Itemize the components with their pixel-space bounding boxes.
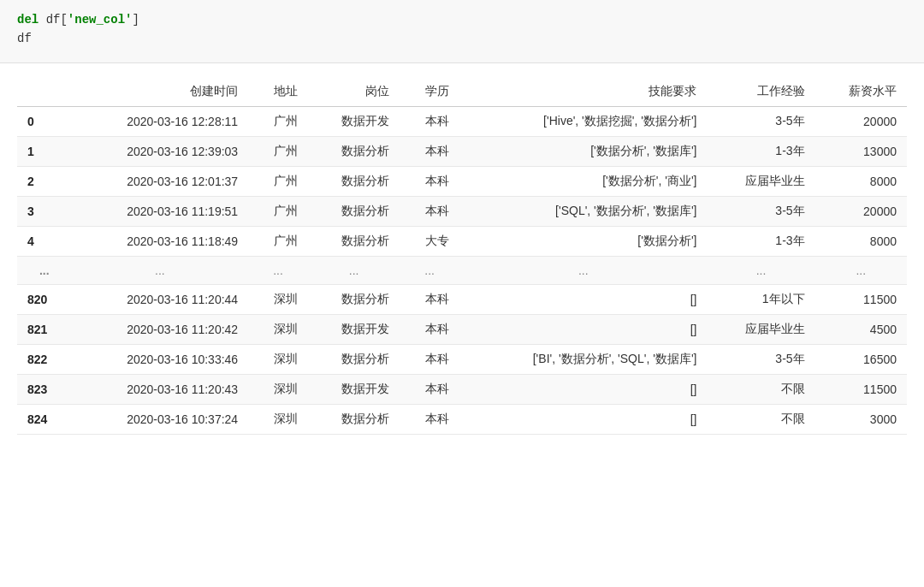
cell-skills: ['SQL', '数据分析', '数据库'] bbox=[459, 196, 707, 226]
cell-time: 2020-03-16 11:20:42 bbox=[72, 314, 249, 344]
cell-skills: ['数据分析'] bbox=[459, 226, 707, 256]
table-row: 42020-03-16 11:18:49广州数据分析大专['数据分析']1-3年… bbox=[17, 226, 907, 256]
table-row: 02020-03-16 12:28:11广州数据开发本科['Hive', '数据… bbox=[17, 106, 907, 136]
cell-edu: 本科 bbox=[400, 314, 459, 344]
cell-time: 2020-03-16 12:01:37 bbox=[72, 166, 249, 196]
cell-index: 0 bbox=[17, 106, 72, 136]
code-bracket-close: ] bbox=[132, 13, 139, 27]
col-exp: 工作经验 bbox=[707, 77, 814, 107]
cell-skills: [] bbox=[459, 404, 707, 434]
cell-city: 广州 bbox=[248, 166, 308, 196]
cell-position: 数据分析 bbox=[308, 226, 400, 256]
cell-salary: 20000 bbox=[815, 106, 907, 136]
cell-edu: 本科 bbox=[400, 136, 459, 166]
cell-index: 3 bbox=[17, 196, 72, 226]
col-edu: 学历 bbox=[400, 77, 459, 107]
cell-position: 数据分析 bbox=[308, 136, 400, 166]
cell-index: 2 bbox=[17, 166, 72, 196]
table-row: 22020-03-16 12:01:37广州数据分析本科['数据分析', '商业… bbox=[17, 166, 907, 196]
cell-skills: ['BI', '数据分析', 'SQL', '数据库'] bbox=[459, 344, 707, 374]
cell-index: 821 bbox=[17, 314, 72, 344]
code-block: del df['new_col'] df bbox=[0, 0, 924, 63]
cell-position: 数据开发 bbox=[308, 314, 400, 344]
cell-time: 2020-03-16 11:19:51 bbox=[72, 196, 249, 226]
table-row: ........................ bbox=[17, 256, 907, 284]
cell-edu: 本科 bbox=[400, 284, 459, 314]
cell-position: 数据分析 bbox=[308, 344, 400, 374]
cell-index: 4 bbox=[17, 226, 72, 256]
cell-time: 2020-03-16 10:37:24 bbox=[72, 404, 249, 434]
cell-exp: 3-5年 bbox=[707, 344, 814, 374]
cell-time: ... bbox=[72, 256, 249, 284]
cell-index: 1 bbox=[17, 136, 72, 166]
cell-skills: [] bbox=[459, 314, 707, 344]
cell-salary: 8000 bbox=[815, 226, 907, 256]
cell-index: 824 bbox=[17, 404, 72, 434]
dataframe-table: 创建时间 地址 岗位 学历 技能要求 工作经验 薪资水平 02020-03-16… bbox=[17, 77, 907, 435]
cell-position: 数据开发 bbox=[308, 106, 400, 136]
table-body: 02020-03-16 12:28:11广州数据开发本科['Hive', '数据… bbox=[17, 106, 907, 434]
cell-city: ... bbox=[248, 256, 308, 284]
cell-city: 深圳 bbox=[248, 374, 308, 404]
cell-salary: 20000 bbox=[815, 196, 907, 226]
cell-exp: ... bbox=[707, 256, 814, 284]
cell-salary: ... bbox=[815, 256, 907, 284]
cell-time: 2020-03-16 12:39:03 bbox=[72, 136, 249, 166]
cell-salary: 13000 bbox=[815, 136, 907, 166]
header-row: 创建时间 地址 岗位 学历 技能要求 工作经验 薪资水平 bbox=[17, 77, 907, 107]
cell-skills: [] bbox=[459, 374, 707, 404]
cell-time: 2020-03-16 11:20:44 bbox=[72, 284, 249, 314]
cell-edu: ... bbox=[400, 256, 459, 284]
cell-skills: ['Hive', '数据挖掘', '数据分析'] bbox=[459, 106, 707, 136]
cell-city: 广州 bbox=[248, 106, 308, 136]
cell-city: 深圳 bbox=[248, 284, 308, 314]
cell-exp: 1-3年 bbox=[707, 136, 814, 166]
cell-position: 数据分析 bbox=[308, 196, 400, 226]
cell-exp: 不限 bbox=[707, 404, 814, 434]
cell-exp: 3-5年 bbox=[707, 106, 814, 136]
cell-city: 广州 bbox=[248, 196, 308, 226]
cell-time: 2020-03-16 11:18:49 bbox=[72, 226, 249, 256]
cell-skills: [] bbox=[459, 284, 707, 314]
cell-edu: 本科 bbox=[400, 196, 459, 226]
table-row: 8242020-03-16 10:37:24深圳数据分析本科[]不限3000 bbox=[17, 404, 907, 434]
col-skills: 技能要求 bbox=[459, 77, 707, 107]
table-row: 12020-03-16 12:39:03广州数据分析本科['数据分析', '数据… bbox=[17, 136, 907, 166]
cell-skills: ... bbox=[459, 256, 707, 284]
cell-city: 广州 bbox=[248, 226, 308, 256]
code-line-1: del df['new_col'] bbox=[17, 10, 907, 29]
cell-exp: 1年以下 bbox=[707, 284, 814, 314]
table-header: 创建时间 地址 岗位 学历 技能要求 工作经验 薪资水平 bbox=[17, 77, 907, 107]
cell-index: 823 bbox=[17, 374, 72, 404]
cell-salary: 11500 bbox=[815, 284, 907, 314]
cell-edu: 本科 bbox=[400, 404, 459, 434]
cell-exp: 应届毕业生 bbox=[707, 166, 814, 196]
table-row: 8212020-03-16 11:20:42深圳数据开发本科[]应届毕业生450… bbox=[17, 314, 907, 344]
code-bracket-open: [ bbox=[60, 13, 67, 27]
cell-salary: 4500 bbox=[815, 314, 907, 344]
cell-edu: 大专 bbox=[400, 226, 459, 256]
cell-index: 820 bbox=[17, 284, 72, 314]
code-string: 'new_col' bbox=[68, 13, 133, 27]
cell-position: 数据分析 bbox=[308, 166, 400, 196]
table-row: 32020-03-16 11:19:51广州数据分析本科['SQL', '数据分… bbox=[17, 196, 907, 226]
cell-index: 822 bbox=[17, 344, 72, 374]
col-time: 创建时间 bbox=[72, 77, 249, 107]
col-position: 岗位 bbox=[308, 77, 400, 107]
cell-position: 数据分析 bbox=[308, 404, 400, 434]
cell-salary: 3000 bbox=[815, 404, 907, 434]
cell-exp: 不限 bbox=[707, 374, 814, 404]
cell-city: 深圳 bbox=[248, 344, 308, 374]
cell-edu: 本科 bbox=[400, 106, 459, 136]
col-city: 地址 bbox=[248, 77, 308, 107]
cell-skills: ['数据分析', '数据库'] bbox=[459, 136, 707, 166]
cell-exp: 1-3年 bbox=[707, 226, 814, 256]
table-row: 8222020-03-16 10:33:46深圳数据分析本科['BI', '数据… bbox=[17, 344, 907, 374]
cell-time: 2020-03-16 10:33:46 bbox=[72, 344, 249, 374]
cell-time: 2020-03-16 12:28:11 bbox=[72, 106, 249, 136]
cell-exp: 3-5年 bbox=[707, 196, 814, 226]
cell-salary: 16500 bbox=[815, 344, 907, 374]
cell-city: 广州 bbox=[248, 136, 308, 166]
cell-position: 数据开发 bbox=[308, 374, 400, 404]
col-index bbox=[17, 77, 72, 107]
